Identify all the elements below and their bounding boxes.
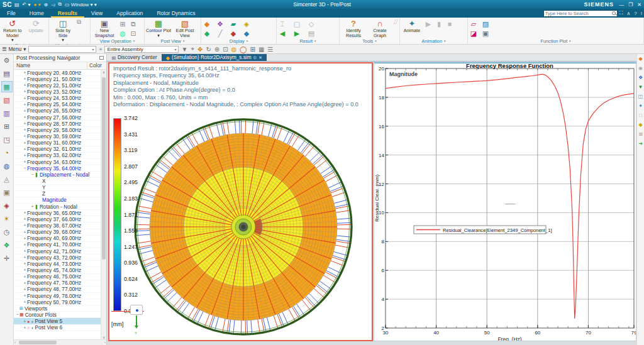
tree-item[interactable]: +Frequency 22, 51.00Hz	[14, 82, 106, 89]
assembly-navigator-icon[interactable]: ▤	[2, 68, 12, 79]
tree-expander[interactable]: +	[23, 89, 27, 94]
visualization-icon[interactable]: ☀	[2, 214, 12, 224]
marker-probe-icon[interactable]: ◆	[229, 29, 238, 38]
arrows-cube-icon[interactable]: ✦	[638, 103, 643, 109]
tree-expander[interactable]: −	[30, 172, 35, 177]
identify-results-button[interactable]: ? Identify Results	[341, 18, 366, 38]
xy-plot-icon[interactable]: ▱	[469, 19, 478, 28]
side-by-side-button[interactable]: ◫ Side by Side▾	[50, 18, 75, 43]
tree-item[interactable]: +Frequency 27, 56.00Hz	[14, 114, 106, 121]
tree-item[interactable]: +Frequency 32, 61.00Hz	[14, 146, 106, 153]
tree-item[interactable]: Z	[14, 191, 106, 197]
colormap-plot-icon[interactable]: ▨	[481, 19, 490, 28]
tab-view[interactable]: View	[84, 9, 109, 18]
complex-option-icon[interactable]: ⌶	[278, 19, 287, 28]
previous-result-icon[interactable]: ◀	[278, 29, 287, 38]
paste-view-icon[interactable]: ⊡	[129, 29, 138, 38]
tree-expander[interactable]: +	[23, 109, 27, 113]
tree-expander[interactable]: +	[23, 243, 27, 247]
tree-expander[interactable]: +	[23, 134, 27, 138]
contour-viewport[interactable]: Imported Result : rotor2daxisym_s_s414_1…	[108, 62, 373, 341]
tree-item[interactable]: ⊞Viewports	[14, 305, 106, 312]
reuse-library-icon[interactable]: ◔	[2, 148, 12, 158]
tree-item[interactable]: +Frequency 30, 59.00Hz	[14, 133, 106, 140]
restore-button[interactable]: ❐	[628, 2, 633, 8]
edit-post-view-button[interactable]: ▧ Edit Post View	[172, 18, 197, 38]
column-color[interactable]: Color	[87, 62, 106, 69]
cube-stack-icon[interactable]: ❖	[638, 75, 643, 80]
copy-display-icon[interactable]: ⧉	[58, 1, 62, 8]
tab-discovery-center[interactable]: ⊞ Discovery Center	[107, 54, 162, 61]
perspective-icon[interactable]: ☰	[267, 46, 273, 53]
minimize-button[interactable]: —	[619, 2, 624, 8]
fullscreen-icon[interactable]: ⛶	[619, 10, 623, 16]
tree-expander[interactable]: +	[23, 293, 27, 298]
tab-file[interactable]: File	[0, 9, 23, 18]
snap-point-icon[interactable]: ⌖	[191, 45, 194, 53]
tree-expander[interactable]: +	[23, 128, 27, 132]
tree-expander[interactable]: +	[23, 236, 27, 241]
tree-item[interactable]: +Frequency 20, 49.00Hz	[14, 70, 106, 76]
probe-marker-icon[interactable]: ◆	[638, 56, 642, 62]
tree-expander[interactable]: +	[23, 255, 27, 260]
tree-expander[interactable]: +	[23, 300, 27, 304]
tree-item[interactable]: +Frequency 23, 52.00Hz	[14, 89, 106, 95]
tree-item[interactable]: −▦Contour Plots	[14, 312, 106, 318]
tab-application[interactable]: Application	[109, 9, 150, 18]
selection-scope-icon[interactable]: ⌖	[99, 46, 102, 53]
contour-plot-button[interactable]: ▦ Contour Plot▾	[146, 18, 171, 38]
tree-expander[interactable]: +	[23, 147, 27, 151]
layers-color-icon[interactable]: ◆	[638, 122, 642, 128]
render-style-icon[interactable]: ▦	[258, 46, 264, 53]
tree-item[interactable]: +Frequency 38, 67.00Hz	[14, 222, 106, 229]
fit-view-icon[interactable]: ⊡	[223, 46, 228, 53]
pan-icon[interactable]: ✥	[197, 46, 203, 53]
tree-item[interactable]: Magnitude	[14, 197, 106, 204]
post-processing-navigator-icon[interactable]: ▦	[2, 82, 12, 92]
cutting-plane-icon[interactable]: ◆	[242, 29, 251, 38]
rotor-contour-plot[interactable]	[109, 63, 372, 340]
tree-item[interactable]: +Frequency 21, 50.00Hz	[14, 76, 106, 82]
touch-icon[interactable]: ✛	[2, 253, 12, 263]
simulation-navigator-icon[interactable]: ▧	[2, 95, 12, 105]
tree-item[interactable]: −Frequency 35, 64.00Hz	[14, 165, 106, 172]
restore-layout-icon[interactable]: ⧉	[77, 18, 81, 26]
tree-item[interactable]: +Frequency 45, 74.00Hz	[14, 267, 106, 273]
sync-views-icon[interactable]: ◈	[242, 19, 251, 28]
probe-plot-icon[interactable]: ◪	[469, 29, 478, 38]
dock-panel-icon[interactable]	[99, 56, 104, 60]
tree-item[interactable]: +Frequency 41, 70.00Hz	[14, 242, 106, 248]
fringe-icon[interactable]: ◆	[203, 29, 211, 38]
window-menu[interactable]: ▭ Window ▾ ▾	[65, 2, 97, 8]
tree-expander[interactable]: +	[23, 268, 27, 272]
web-browser-icon[interactable]: ◍	[2, 161, 12, 171]
tree-expander[interactable]: +	[23, 326, 27, 330]
next-result-icon[interactable]: ▶	[292, 29, 301, 38]
constraint-navigator-icon[interactable]: ▥	[2, 108, 12, 118]
preview-panel-icon[interactable]: ⊞	[2, 121, 12, 131]
tree-expander[interactable]: +	[23, 230, 27, 234]
shaded-view-icon[interactable]: ◍	[231, 46, 237, 53]
probe-tool-icon[interactable]: ⌰	[394, 18, 398, 26]
smooth-contour-icon[interactable]: ◆	[203, 19, 211, 28]
tree-item[interactable]: +Frequency 36, 65.00Hz	[14, 210, 106, 216]
alert-icon[interactable]: !	[641, 11, 642, 16]
tree-expander[interactable]: +	[23, 115, 27, 119]
tree-expander[interactable]: +	[23, 77, 27, 81]
help-icon[interactable]: ?	[634, 11, 636, 16]
pin-tab-icon[interactable]: ⊙	[253, 55, 257, 60]
notification-icon[interactable]: ◬	[2, 174, 12, 184]
blank-square-icon[interactable]: □	[639, 112, 642, 118]
copy-view-icon[interactable]: ⧉	[129, 19, 138, 28]
contour-cube-icon[interactable]: ▼	[638, 84, 643, 90]
tree-item[interactable]: +Frequency 29, 58.00Hz	[14, 127, 106, 133]
tree-expander[interactable]: +	[23, 319, 27, 324]
tree-item[interactable]: +Frequency 28, 57.00Hz	[14, 121, 106, 127]
gear-icon[interactable]: ⚙	[2, 55, 12, 65]
tree-item[interactable]: +Frequency 24, 53.00Hz	[14, 96, 106, 102]
palette-icon[interactable]: ❖	[2, 240, 12, 250]
wireframe-view-icon[interactable]: ◯	[240, 46, 247, 53]
navigator-vertical-scrollbar[interactable]: ∧∨	[101, 70, 106, 339]
close-tab-icon[interactable]: ✕	[258, 55, 262, 60]
tree-expander[interactable]: +	[23, 70, 27, 75]
